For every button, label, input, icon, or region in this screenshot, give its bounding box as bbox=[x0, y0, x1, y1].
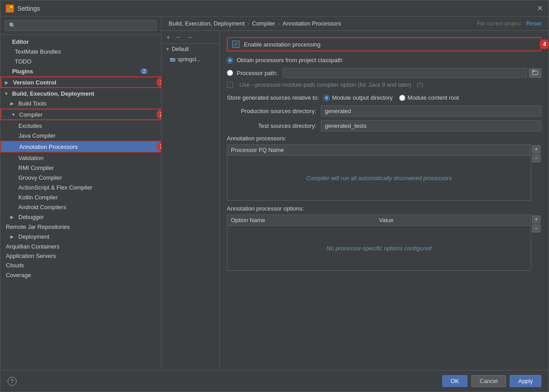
sidebar-item-label: Kotlin Compiler bbox=[17, 194, 151, 201]
sidebar-item-deployment[interactable]: ▶ Deployment bbox=[0, 232, 161, 241]
profile-panel: + − → ▼ Default springcl bbox=[162, 31, 220, 370]
sidebar-item-debugger[interactable]: ▶ Debugger bbox=[0, 212, 161, 222]
module-content-option[interactable]: Module content root bbox=[399, 94, 459, 101]
module-output-radio[interactable] bbox=[323, 95, 330, 101]
title-bar: Settings ✕ bbox=[0, 0, 549, 17]
right-panel: Build, Execution, Deployment › Compiler … bbox=[162, 17, 549, 370]
use-processor-label: Use --processor-module-path compiler opt… bbox=[239, 81, 411, 88]
module-output-label: Module output directory bbox=[332, 94, 393, 101]
sidebar-item-label: Groovy Compiler bbox=[17, 174, 151, 181]
ok-button[interactable]: OK bbox=[442, 375, 468, 387]
add-profile-button[interactable]: + bbox=[164, 33, 172, 42]
sidebar-item-validation[interactable]: Validation bbox=[0, 153, 161, 163]
sidebar-item-build-execution[interactable]: ▼ Build, Execution, Deployment bbox=[0, 89, 161, 98]
processors-table-body: Compiler will run all automatically disc… bbox=[227, 156, 531, 200]
sidebar-item-android[interactable]: Android Compilers bbox=[0, 202, 161, 212]
search-bar bbox=[0, 17, 161, 35]
enable-annotation-label: Enable annotation processing bbox=[244, 41, 320, 48]
apply-button[interactable]: Apply bbox=[510, 375, 541, 387]
test-sources-row: Test sources directory: bbox=[227, 120, 541, 131]
dialog-buttons: OK Cancel Apply bbox=[442, 375, 541, 387]
sidebar-item-actionscript[interactable]: ActionScript & Flex Compiler bbox=[0, 182, 161, 192]
sidebar-item-label: Deployment bbox=[17, 233, 151, 240]
profile-name-springcl: springcl... bbox=[178, 56, 200, 63]
processors-table-container: Processor FQ Name Compiler will run all … bbox=[227, 144, 541, 201]
annotation-options-section: Annotation processor options: Option Nam… bbox=[227, 205, 541, 271]
next-profile-button[interactable]: → bbox=[184, 33, 195, 42]
sidebar-item-todo[interactable]: TODO bbox=[0, 56, 161, 66]
annotation-processors-section: Annotation processors: Processor FQ Name… bbox=[227, 135, 541, 201]
sidebar-item-kotlin[interactable]: Kotlin Compiler bbox=[0, 192, 161, 202]
sidebar-item-arquillian[interactable]: Arquillian Containers bbox=[0, 241, 161, 251]
sidebar-item-label: Android Compilers bbox=[17, 204, 151, 211]
sidebar-item-version-control[interactable]: ▶ Version Control 1 bbox=[0, 76, 161, 88]
obtain-radio-label: Obtain processors from project classpath bbox=[237, 57, 342, 63]
sidebar-item-build-tools[interactable]: ▶ Build Tools bbox=[0, 98, 161, 108]
remove-option-button[interactable]: − bbox=[532, 224, 540, 232]
sidebar-item-app-servers[interactable]: Application Servers bbox=[0, 251, 161, 261]
processor-path-input[interactable] bbox=[283, 68, 527, 78]
profile-item-default[interactable]: ▼ Default bbox=[162, 44, 219, 55]
close-button[interactable]: ✕ bbox=[536, 5, 543, 12]
production-sources-input[interactable] bbox=[321, 105, 541, 117]
settings-tree: Editor TextMate Bundles TODO Plugins 2 bbox=[0, 35, 161, 370]
breadcrumb: Build, Execution, Deployment › Compiler … bbox=[169, 20, 341, 27]
module-output-option[interactable]: Module output directory bbox=[323, 94, 393, 101]
sidebar-item-plugins[interactable]: Plugins 2 bbox=[0, 66, 161, 76]
arrow-icon: ▶ bbox=[10, 101, 17, 106]
svg-rect-2 bbox=[7, 9, 9, 11]
sidebar-item-editor[interactable]: Editor bbox=[0, 37, 161, 46]
split-panel: + − → ▼ Default springcl bbox=[162, 31, 549, 370]
store-sources-label: Store generated sources relative to: bbox=[227, 94, 319, 101]
sidebar-item-groovy-compiler[interactable]: Groovy Compiler bbox=[0, 173, 161, 182]
processors-side-buttons: + − bbox=[531, 144, 541, 201]
sidebar-item-excludes[interactable]: Excludes bbox=[0, 121, 161, 131]
sidebar-item-annotation-processors[interactable]: Annotation Processors 3 bbox=[0, 141, 161, 152]
profile-sub-item-springcl[interactable]: springcl... bbox=[162, 55, 219, 64]
processor-path-radio[interactable] bbox=[227, 70, 233, 76]
help-button[interactable]: ? bbox=[8, 377, 17, 386]
reset-button[interactable]: Reset bbox=[526, 20, 541, 27]
cancel-button[interactable]: Cancel bbox=[471, 375, 506, 387]
svg-rect-0 bbox=[7, 6, 9, 8]
use-processor-checkbox[interactable] bbox=[227, 82, 233, 88]
sidebar-item-java-compiler[interactable]: Java Compiler bbox=[0, 131, 161, 140]
sidebar-item-rmi-compiler[interactable]: RMI Compiler bbox=[0, 163, 161, 173]
breadcrumb-actions: For current project Reset bbox=[477, 20, 541, 27]
search-input[interactable] bbox=[5, 20, 157, 31]
browse-button[interactable] bbox=[529, 68, 541, 78]
store-radio-group: Module output directory Module content r… bbox=[323, 94, 459, 101]
test-sources-input[interactable] bbox=[321, 120, 541, 131]
sidebar-item-clouds[interactable]: Clouds bbox=[0, 261, 161, 270]
sidebar-item-textmate[interactable]: TextMate Bundles bbox=[0, 46, 161, 56]
enable-annotation-row: ✓ Enable annotation processing 4 bbox=[227, 37, 541, 51]
processors-section-label: Annotation processors: bbox=[227, 135, 541, 142]
remove-processor-button[interactable]: − bbox=[532, 154, 540, 162]
arrow-icon: ▼ bbox=[4, 91, 10, 96]
title-bar-left: Settings bbox=[6, 4, 40, 13]
copy-icon bbox=[151, 243, 158, 250]
sidebar-item-label: Excludes bbox=[17, 122, 151, 129]
sidebar-item-label: Java Compiler bbox=[17, 132, 151, 139]
copy-icon bbox=[151, 233, 158, 240]
add-processor-button[interactable]: + bbox=[532, 145, 540, 153]
sidebar-item-label: Editor bbox=[10, 38, 151, 45]
obtain-radio[interactable] bbox=[227, 57, 233, 63]
copy-icon bbox=[151, 100, 158, 107]
remove-profile-button[interactable]: − bbox=[174, 33, 182, 42]
module-content-radio[interactable] bbox=[399, 95, 405, 101]
sidebar-item-remote-jar[interactable]: Remote Jar Repositories bbox=[0, 222, 161, 232]
copy-icon bbox=[151, 48, 158, 55]
sidebar-item-compiler[interactable]: ▼ Compiler 2 bbox=[0, 109, 161, 120]
sidebar-item-label: Build Tools bbox=[17, 100, 151, 107]
profile-list: ▼ Default springcl... bbox=[162, 44, 219, 370]
production-sources-label: Production sources directory: bbox=[227, 108, 316, 114]
add-option-button[interactable]: + bbox=[532, 215, 540, 223]
profile-toolbar: + − → bbox=[162, 31, 219, 44]
sidebar-item-label: Validation bbox=[17, 155, 151, 161]
option-value-col: Value bbox=[379, 217, 527, 223]
enable-checkbox[interactable]: ✓ bbox=[232, 41, 239, 48]
sidebar-item-coverage[interactable]: Coverage bbox=[0, 270, 161, 280]
store-sources-row: Store generated sources relative to: Mod… bbox=[227, 94, 541, 101]
settings-content: ✓ Enable annotation processing 4 Obtain … bbox=[220, 31, 549, 370]
